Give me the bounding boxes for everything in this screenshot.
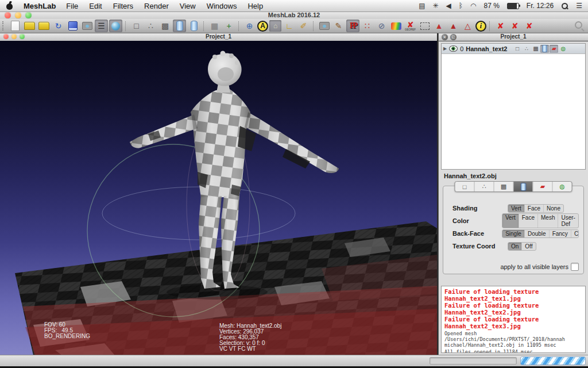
decorate-tool-icon[interactable]: ✐ — [297, 20, 310, 32]
background-grid-icon[interactable]: ⌂ — [269, 20, 281, 32]
apple-menu-icon[interactable] — [6, 2, 13, 10]
show-layer-dialog-icon[interactable]: ☰ — [95, 20, 108, 32]
layer-index: 0 — [460, 45, 463, 52]
layer-texture-icon[interactable]: ▰ — [550, 45, 558, 53]
pick-points-tool-icon[interactable]: ∷ — [361, 20, 374, 32]
menu-help[interactable]: Help — [247, 2, 263, 10]
backface-option-fancy[interactable]: Fancy — [550, 230, 571, 237]
show-trackball-icon[interactable]: ⊕ — [243, 20, 256, 32]
volume-icon[interactable]: ◀ — [446, 2, 451, 10]
select-vertices-tool-icon[interactable]: △ — [461, 20, 474, 32]
clipboard-icon[interactable]: ▤ — [419, 2, 425, 10]
save-project-icon[interactable] — [66, 20, 79, 32]
tab-wireframe-icon[interactable]: ▩ — [494, 182, 514, 191]
render-flat-icon[interactable] — [173, 20, 186, 32]
render-smooth-icon[interactable] — [187, 20, 200, 32]
import-mesh-icon[interactable] — [37, 20, 51, 32]
render-wireframe-icon[interactable]: ▩ — [158, 20, 172, 32]
menu-filters[interactable]: Filters — [113, 2, 133, 10]
shading-option-face[interactable]: Face — [525, 205, 544, 212]
app-menu[interactable]: MeshLab — [24, 2, 56, 10]
layer-points-icon[interactable]: ∴ — [522, 45, 531, 53]
render-points-icon[interactable]: ∴ — [144, 20, 157, 32]
layer-wireframe-icon[interactable]: ▩ — [531, 45, 540, 53]
layer-shader-icon[interactable]: ◍ — [559, 45, 567, 53]
menubar-status: ▤ ✳ ◀ ᛒ ◠ 87 % Fr. 12:26 ☰ — [419, 2, 582, 10]
layer-row[interactable]: ▶ 0 Hannah_text2 □∴▩▰◍ — [442, 44, 585, 54]
georef-tool-icon[interactable]: ✘GEOREF — [404, 20, 417, 32]
menu-file[interactable]: File — [66, 2, 78, 10]
texcoord-option-off[interactable]: Off — [522, 243, 535, 250]
color-option-vert[interactable]: Vert — [502, 214, 519, 228]
toolbar-handle[interactable] — [2, 21, 6, 30]
open-project-icon[interactable] — [23, 20, 36, 32]
expand-arrow-icon[interactable]: ▶ — [443, 46, 447, 51]
log-line: Hannah_text2_tex3.jpg — [444, 323, 582, 329]
info-tool-icon[interactable]: i — [475, 21, 486, 32]
shading-segmented: VertFaceNone — [508, 204, 564, 213]
render-quality-icon[interactable]: ▦ — [208, 20, 221, 32]
toolbar-search-icon[interactable] — [572, 20, 586, 32]
pp-tool-icon[interactable]: PP — [346, 20, 359, 32]
select-rect-tool-icon[interactable] — [418, 20, 431, 32]
align-tool-icon[interactable]: ⊘ — [375, 20, 388, 32]
menu-edit[interactable]: Edit — [89, 2, 102, 10]
tab-texture-icon[interactable]: ▰ — [533, 182, 553, 191]
colorize-tool-icon[interactable] — [389, 20, 403, 32]
show-axes-icon[interactable]: + — [222, 20, 235, 32]
3d-scene — [0, 41, 437, 355]
hud-mesh-info: Mesh: Hannah_text2.objVertices: 296,037F… — [219, 323, 281, 352]
notification-center-icon[interactable]: ☰ — [576, 2, 582, 10]
select-faces-tool-icon[interactable]: ▲ — [432, 20, 446, 32]
layer-panel-title: Project_1 — [439, 33, 588, 40]
wifi-icon[interactable]: ◠ — [470, 2, 476, 10]
menu-windows[interactable]: Windows — [207, 2, 237, 10]
delete-selected-faces-icon[interactable]: ✘ — [508, 20, 521, 32]
layer-bbox-icon[interactable]: □ — [513, 45, 521, 53]
render-bbox-icon[interactable]: □ — [130, 20, 143, 32]
color-label: Color — [452, 217, 502, 224]
3d-canvas[interactable]: FOV: 60FPS: 49.5BO_RENDERING Mesh: Hanna… — [0, 41, 437, 355]
snapshot-icon[interactable] — [80, 20, 94, 32]
color-option-face[interactable]: Face — [519, 214, 538, 228]
menubar-clock[interactable]: Fr. 12:26 — [527, 2, 554, 10]
color-segmented: VertFaceMeshUser-Def — [502, 213, 579, 228]
color-option-user-def[interactable]: User-Def — [558, 214, 578, 228]
show-labels-icon[interactable]: A — [257, 21, 268, 32]
shading-option-vert[interactable]: Vert — [508, 205, 525, 212]
layer-solid-icon[interactable] — [540, 45, 549, 53]
tab-bbox-icon[interactable]: □ — [455, 182, 475, 191]
backface-option-cull[interactable]: Cull — [571, 230, 579, 237]
raster-alignment-icon[interactable] — [318, 20, 331, 32]
color-option-mesh[interactable]: Mesh — [538, 214, 558, 228]
delete-selected-all-icon[interactable]: ✘ — [523, 20, 536, 32]
tab-shader-icon[interactable]: ◍ — [553, 182, 572, 191]
layer-render-toggles: □∴▩▰◍ — [513, 45, 567, 53]
toolbar: ↻☰□∴▩▦+⊕A⌂∟✐✎PP∷⊘✘GEOREF▲▲△i✘✘✘ — [0, 19, 588, 33]
apply-all-checkbox[interactable] — [571, 263, 579, 271]
menu-view[interactable]: View — [180, 2, 196, 10]
select-connected-tool-icon[interactable]: ▲ — [447, 20, 460, 32]
new-project-icon[interactable] — [9, 20, 22, 32]
tab-solid-icon[interactable] — [514, 182, 533, 191]
window-title: MeshLab 2016.12 — [0, 12, 588, 18]
log-output[interactable]: Failure of loading textureHannah_text2_t… — [441, 286, 586, 353]
menu-render[interactable]: Render — [144, 2, 169, 10]
spotlight-icon[interactable] — [561, 2, 568, 10]
show-axis-triad-icon[interactable]: ∟ — [283, 20, 296, 32]
reload-icon[interactable]: ↻ — [52, 20, 65, 32]
bluetooth-icon[interactable]: ᛒ — [459, 2, 463, 10]
backface-option-double[interactable]: Double — [525, 230, 550, 237]
shading-option-none[interactable]: None — [544, 205, 563, 212]
snowflake-icon[interactable]: ✳ — [433, 2, 439, 10]
show-raster-mode-icon[interactable] — [109, 20, 122, 32]
paint-tool-icon[interactable]: ✎ — [332, 20, 345, 32]
visibility-eye-icon[interactable] — [449, 45, 458, 52]
toolbar-separator — [203, 21, 205, 31]
texcoord-option-on[interactable]: On — [508, 243, 522, 250]
status-bar — [0, 355, 588, 366]
viewport-title: Project_1 — [0, 33, 437, 40]
tab-points-icon[interactable]: ∴ — [475, 182, 494, 191]
backface-option-single[interactable]: Single — [502, 230, 525, 237]
delete-selected-vertices-icon[interactable]: ✘ — [494, 20, 507, 32]
